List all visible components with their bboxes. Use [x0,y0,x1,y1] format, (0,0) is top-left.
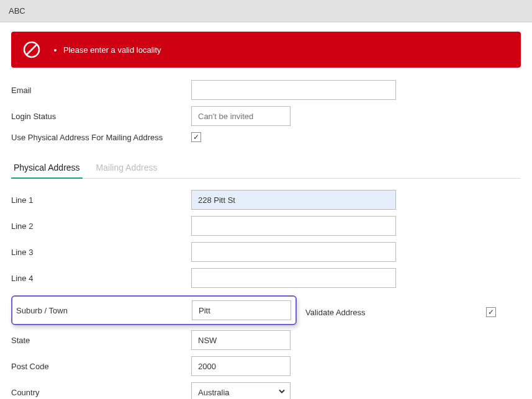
line2-input[interactable] [191,216,396,236]
check-icon: ✓ [193,133,199,141]
page-title: ABC [9,6,25,16]
validate-label: Validate Address [305,308,366,317]
row-use-physical: Use Physical Address For Mailing Address… [11,132,521,142]
svg-line-1 [27,45,37,55]
row-line3: Line 3 [11,242,521,262]
row-email: Email [11,80,521,100]
state-label: State [11,336,191,345]
row-country: Country [11,382,521,399]
use-physical-checkbox[interactable]: ✓ [191,132,201,142]
content: Please enter a valid locality Email Logi… [0,22,532,399]
row-login-status: Login Status [11,106,521,126]
suburb-input[interactable] [192,300,291,320]
line2-label: Line 2 [11,222,191,231]
suburb-highlight: Suburb / Town [11,295,297,325]
check-icon: ✓ [488,308,494,316]
line3-label: Line 3 [11,248,191,257]
state-input[interactable] [191,330,291,350]
country-value[interactable] [191,382,291,399]
row-line1: Line 1 [11,190,521,210]
suburb-label: Suburb / Town [16,306,192,315]
line3-input[interactable] [191,242,396,262]
tab-physical-address[interactable]: Physical Address [11,158,83,179]
line1-label: Line 1 [11,195,191,205]
validate-group: Validate Address ✓ [305,307,521,317]
line1-input[interactable] [191,190,396,210]
line4-input[interactable] [191,268,396,288]
row-suburb: Suburb / Town Validate Address ✓ [11,294,521,330]
line4-label: Line 4 [11,274,191,283]
use-physical-label: Use Physical Address For Mailing Address [11,133,191,142]
postcode-input[interactable] [191,356,291,376]
postcode-label: Post Code [11,362,191,371]
country-select[interactable] [191,382,291,399]
address-tabs: Physical Address Mailing Address [11,158,521,179]
login-status-label: Login Status [11,112,191,121]
error-banner: Please enter a valid locality [11,32,521,68]
error-message: Please enter a valid locality [63,45,161,55]
error-list: Please enter a valid locality [63,45,161,55]
row-line4: Line 4 [11,268,521,288]
login-status-input [191,106,291,126]
prohibited-icon [22,40,41,59]
email-input[interactable] [191,80,396,100]
email-label: Email [11,86,191,95]
tab-mailing-address[interactable]: Mailing Address [94,158,160,179]
row-postcode: Post Code [11,356,521,376]
row-line2: Line 2 [11,216,521,236]
validate-checkbox[interactable]: ✓ [486,307,496,317]
row-state: State [11,330,521,350]
header-bar: ABC [0,0,532,22]
country-label: Country [11,388,191,397]
